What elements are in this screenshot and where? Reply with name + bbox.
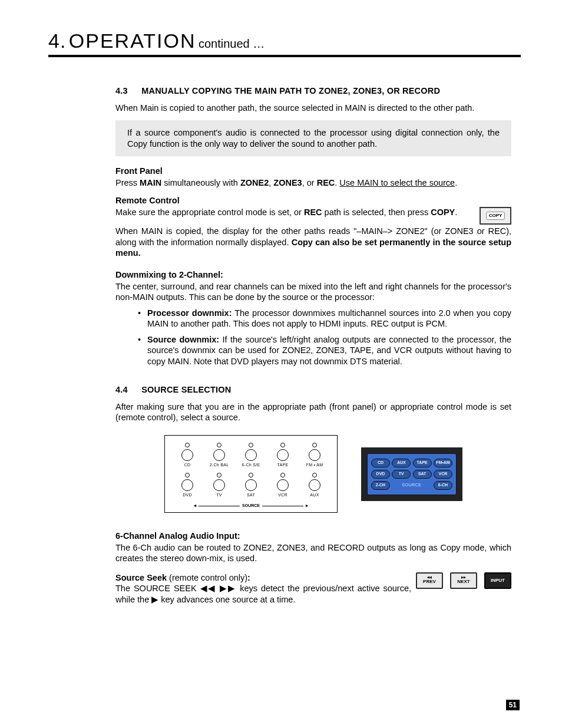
rewind-icon: ◀◀ bbox=[200, 584, 217, 593]
text-fragment: The SOURCE SEEK bbox=[115, 584, 200, 593]
button-label: FM • AM bbox=[306, 463, 323, 468]
s43-intro: When Main is copied to another path, the… bbox=[115, 103, 511, 114]
six-ch-heading: 6-Channel Analog Audio Input: bbox=[115, 531, 511, 542]
prev-label: PREV bbox=[423, 579, 436, 585]
copy-button-icon: COPY bbox=[480, 207, 511, 225]
button-label: 6-Ch S/E bbox=[242, 463, 260, 468]
button-label: DVD bbox=[183, 493, 192, 498]
front-panel-source-button: SAT bbox=[238, 473, 264, 498]
text-fragment: path is selected, then press bbox=[322, 207, 431, 217]
next-label: NEXT bbox=[457, 579, 470, 585]
text-fragment: key advances one source at a time. bbox=[158, 595, 295, 604]
button-label: CD bbox=[184, 463, 191, 468]
subsection-43-number: 4.3 bbox=[115, 85, 139, 97]
forward-icon: ▶▶ bbox=[220, 584, 236, 593]
zone3-key-label: ZONE3 bbox=[273, 178, 302, 187]
remote-source-button: DVD bbox=[371, 470, 390, 479]
indicator-dot-icon bbox=[280, 473, 285, 477]
text-fragment: Make sure the appropriate control mode i… bbox=[115, 207, 304, 217]
front-panel-source-button: TAPE bbox=[270, 443, 296, 468]
list-item: Processor downmix: The processor downmix… bbox=[147, 308, 511, 330]
indicator-dot-icon bbox=[312, 473, 317, 477]
indicator-dot-icon bbox=[312, 443, 317, 447]
button-label: TV bbox=[216, 493, 222, 498]
input-label: INPUT bbox=[491, 578, 505, 584]
source-label-line: ◂ SOURCE ▸ bbox=[174, 503, 328, 509]
remote-source-button: FM•AM bbox=[434, 459, 452, 467]
downmix-body: The center, surround, and rear channels … bbox=[115, 281, 511, 303]
knob-icon bbox=[309, 449, 320, 461]
play-icon: ▶ bbox=[151, 595, 158, 604]
remote-source-label: SOURCE bbox=[402, 483, 422, 488]
front-panel-source-button: 2-Ch BAL bbox=[206, 443, 232, 468]
section-title: OPERATION bbox=[69, 29, 196, 52]
input-button-icon: INPUT bbox=[484, 572, 511, 589]
text-fragment: , or bbox=[302, 178, 317, 187]
remote-2ch-button: 2-CH bbox=[371, 481, 390, 490]
subsection-43-heading: 4.3 MANUALLY COPYING THE MAIN PATH TO ZO… bbox=[115, 85, 511, 97]
front-panel-instruction: Press MAIN simultaneously with ZONE2, ZO… bbox=[115, 177, 511, 189]
button-label: TAPE bbox=[277, 463, 289, 468]
indicator-dot-icon bbox=[217, 473, 222, 477]
indicator-dot-icon bbox=[185, 473, 190, 477]
remote-source-button: AUX bbox=[392, 459, 411, 467]
text-fragment: : bbox=[247, 573, 250, 582]
text-fragment: Press bbox=[115, 178, 140, 187]
diagram-row: CD2-Ch BAL6-Ch S/ETAPEFM • AM DVDTVSATVC… bbox=[115, 435, 511, 513]
front-panel-diagram: CD2-Ch BAL6-Ch S/ETAPEFM • AM DVDTVSATVC… bbox=[164, 435, 338, 513]
downmix-heading: Downmixing to 2-Channel: bbox=[115, 269, 511, 281]
indicator-dot-icon bbox=[249, 473, 253, 477]
source-downmix-label: Source downmix: bbox=[147, 335, 219, 344]
knob-icon bbox=[213, 449, 225, 461]
knob-icon bbox=[277, 479, 289, 491]
main-key-label: MAIN bbox=[140, 178, 161, 187]
remote-control-instruction: Make sure the appropriate control mode i… bbox=[115, 207, 464, 218]
front-panel-heading: Front Panel bbox=[115, 166, 511, 177]
section-header: 4. OPERATION continued … bbox=[48, 29, 521, 57]
knob-icon bbox=[181, 479, 193, 491]
arrow-right-icon: ▸ bbox=[306, 503, 308, 509]
subsection-44-number: 4.4 bbox=[115, 384, 139, 396]
button-label: AUX bbox=[310, 493, 319, 498]
source-label: SOURCE bbox=[242, 503, 260, 509]
s44-intro: After making sure that you are in the ap… bbox=[115, 401, 511, 423]
remote-source-button: CD bbox=[371, 459, 390, 467]
six-ch-body: The 6-Ch audio can be routed to ZONE2, Z… bbox=[115, 542, 511, 564]
subsection-43-title: MANUALLY COPYING THE MAIN PATH TO ZONE2,… bbox=[141, 86, 440, 95]
front-panel-source-button: AUX bbox=[302, 473, 328, 498]
indicator-dot-icon bbox=[280, 443, 285, 447]
indicator-dot-icon bbox=[249, 443, 253, 447]
remote-source-button: TAPE bbox=[413, 459, 432, 467]
zone2-key-label: ZONE2 bbox=[240, 178, 269, 187]
page-number: 51 bbox=[506, 700, 520, 710]
remote-6ch-button: 6-CH bbox=[434, 481, 452, 490]
source-seek-heading: Source Seek bbox=[115, 573, 167, 582]
remote-control-heading: Remote Control bbox=[115, 195, 511, 206]
knob-icon bbox=[309, 479, 320, 491]
list-item: Source downmix: If the source's left/rig… bbox=[147, 334, 511, 367]
indicator-dot-icon bbox=[185, 443, 190, 447]
text-fragment: . bbox=[455, 178, 457, 187]
knob-icon bbox=[181, 449, 193, 461]
copy-result-paragraph: When MAIN is copied, the display for the… bbox=[115, 226, 511, 259]
next-button-icon: ▶▶ NEXT bbox=[450, 572, 477, 589]
remote-source-button: TV bbox=[392, 470, 411, 479]
front-panel-source-button: 6-Ch S/E bbox=[238, 443, 264, 468]
remote-source-button: VCR bbox=[434, 470, 452, 479]
front-panel-source-button: FM • AM bbox=[302, 443, 328, 468]
section-number: 4. bbox=[48, 29, 66, 52]
knob-icon bbox=[245, 479, 257, 491]
prev-button-icon: ◀◀ PREV bbox=[416, 572, 443, 589]
text-fragment: . bbox=[455, 207, 457, 217]
copy-key-label: COPY bbox=[431, 207, 455, 217]
remote-source-diagram: CDAUXTAPEFM•AM DVDTVSATVCR 2-CH SOURCE 6… bbox=[361, 447, 462, 501]
s43-note-box: If a source component's audio is connect… bbox=[115, 120, 511, 156]
subsection-44-heading: 4.4 SOURCE SELECTION bbox=[115, 384, 511, 396]
knob-icon bbox=[213, 479, 225, 491]
downmix-list: Processor downmix: The processor downmix… bbox=[115, 308, 511, 367]
button-label: 2-Ch BAL bbox=[210, 463, 229, 468]
knob-icon bbox=[245, 449, 257, 461]
subsection-44-title: SOURCE SELECTION bbox=[141, 385, 231, 394]
front-panel-source-button: VCR bbox=[270, 473, 296, 498]
arrow-left-icon: ◂ bbox=[194, 503, 196, 509]
